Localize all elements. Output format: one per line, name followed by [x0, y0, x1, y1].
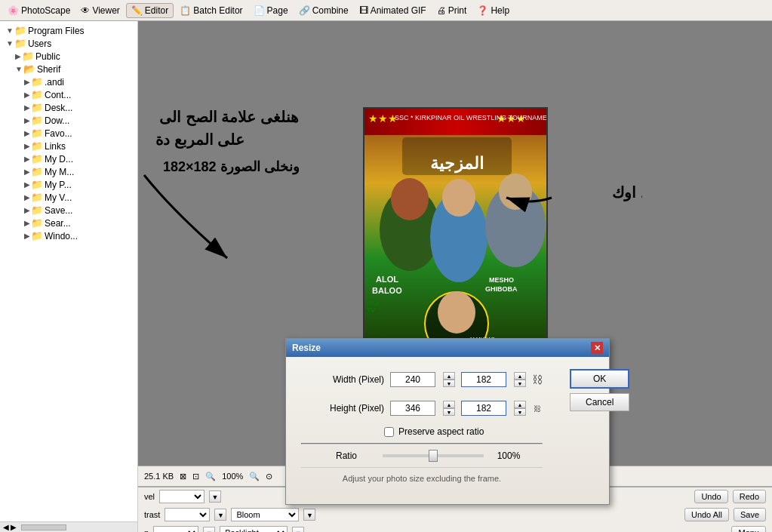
- folder-icon: 📁: [31, 89, 43, 100]
- height-original-input[interactable]: [390, 401, 435, 416]
- tree-view: ▼ 📁 Program Files ▼ 📁 Users ▶ 📁 Public: [0, 21, 137, 245]
- dialog-form: Width (Pixel) ▲ ▼ ▲ ▼ ⛓: [286, 357, 558, 504]
- menu-page[interactable]: 📄 Page: [249, 4, 293, 17]
- expand-icon: ▶: [24, 180, 30, 189]
- expand-icon: ▶: [24, 193, 30, 201]
- menu-print[interactable]: 🖨 Print: [432, 4, 472, 17]
- width-original-input[interactable]: [390, 372, 435, 387]
- ratio-thumb[interactable]: [429, 450, 438, 462]
- dialog-close-button[interactable]: ✕: [591, 342, 603, 354]
- folder-icon: 📁: [31, 102, 43, 113]
- folder-icon: 📁: [31, 230, 43, 241]
- nav-right-icon[interactable]: ▶: [11, 523, 17, 531]
- expand-icon: ▼: [15, 65, 23, 73]
- menu-animated-gif[interactable]: 🎞 Animated GIF: [355, 4, 431, 17]
- cancel-button[interactable]: Cancel: [570, 393, 629, 411]
- menu-viewer[interactable]: 👁 Viewer: [76, 4, 124, 17]
- dialog-overlay: Resize ✕ Width (Pixel) ▲ ▼: [138, 21, 772, 532]
- tree-item-public[interactable]: ▶ 📁 Public: [0, 50, 137, 63]
- sidebar-scroll[interactable]: ▼ 📁 Program Files ▼ 📁 Users ▶ 📁 Public: [0, 21, 137, 521]
- height-new-input[interactable]: [461, 401, 506, 416]
- tree-item-my-music[interactable]: ▶ 📁 My M...: [0, 165, 137, 178]
- folder-icon: 📁: [31, 140, 43, 152]
- width-new-down[interactable]: ▼: [514, 380, 526, 387]
- tree-item-windows[interactable]: ▶ 📁 Windo...: [0, 229, 137, 242]
- height-original-spinner: ▲ ▼: [443, 401, 455, 416]
- width-label: Width (Pixel): [301, 374, 384, 385]
- menu-combine[interactable]: 🔗 Combine: [294, 4, 353, 17]
- folder-icon: 📁: [31, 192, 43, 203]
- folder-icon: 📁: [31, 204, 43, 216]
- link-icon-2: ⛓: [532, 398, 543, 419]
- tree-item-my-pictures[interactable]: ▶ 📁 My P...: [0, 178, 137, 191]
- height-new-down[interactable]: ▼: [514, 408, 526, 416]
- page-icon: 📄: [254, 5, 265, 16]
- preserve-row: Preserve aspect ratio: [384, 426, 543, 437]
- folder-icon: 📂: [23, 63, 35, 75]
- expand-icon: ▶: [24, 78, 30, 86]
- expand-icon: ▼: [6, 39, 14, 48]
- tree-item-searches[interactable]: ▶ 📁 Sear...: [0, 217, 137, 229]
- dialog-footer: Adjust your photo size excluding the fra…: [301, 467, 543, 492]
- expand-icon: ▼: [6, 26, 14, 35]
- menu-bar: 🌸 PhotoScape 👁 Viewer ✏️ Editor 📋 Batch …: [0, 0, 772, 21]
- help-icon: ❓: [477, 5, 488, 16]
- expand-icon: ▶: [24, 232, 30, 240]
- tree-item-contacts[interactable]: ▶ 📁 Cont...: [0, 88, 137, 101]
- folder-icon: 📁: [31, 217, 43, 229]
- menu-batch-editor[interactable]: 📋 Batch Editor: [175, 4, 247, 17]
- menu-photoscape[interactable]: 🌸 PhotoScape: [3, 4, 75, 17]
- main-layout: ▼ 📁 Program Files ▼ 📁 Users ▶ 📁 Public: [0, 21, 772, 532]
- width-new-up[interactable]: ▲: [514, 372, 526, 380]
- photoscape-icon: 🌸: [8, 5, 19, 16]
- expand-icon: ▶: [24, 142, 30, 150]
- expand-icon: ▶: [24, 91, 30, 99]
- combine-icon: 🔗: [299, 5, 310, 16]
- sidebar: ▼ 📁 Program Files ▼ 📁 Users ▶ 📁 Public: [0, 21, 138, 532]
- expand-icon: ▶: [24, 155, 30, 163]
- tree-item-saved-games[interactable]: ▶ 📁 Save...: [0, 204, 137, 217]
- print-icon: 🖨: [437, 5, 446, 16]
- ok-button[interactable]: OK: [570, 369, 629, 389]
- preserve-label: Preserve aspect ratio: [398, 426, 484, 437]
- tree-item-andi[interactable]: ▶ 📁 .andi: [0, 75, 137, 88]
- ratio-value: 100%: [490, 451, 527, 461]
- width-orig-up[interactable]: ▲: [443, 372, 455, 380]
- width-orig-down[interactable]: ▼: [443, 380, 455, 387]
- height-orig-up[interactable]: ▲: [443, 401, 455, 408]
- tree-item-my-documents[interactable]: ▶ 📁 My D...: [0, 152, 137, 165]
- height-label: Height (Pixel): [301, 403, 384, 414]
- height-orig-down[interactable]: ▼: [443, 408, 455, 416]
- ratio-label: Ratio: [316, 451, 377, 461]
- tree-item-users[interactable]: ▼ 📁 Users: [0, 37, 137, 50]
- height-row: Height (Pixel) ▲ ▼ ▲ ▼ ⛓: [301, 398, 543, 419]
- folder-icon: 📁: [31, 128, 43, 139]
- preserve-checkbox[interactable]: [384, 427, 394, 437]
- width-new-input[interactable]: [461, 372, 506, 387]
- content-area: ★★★ ★★★ SSC * KIRKPINAR OIL WRESTLING TO…: [138, 21, 772, 532]
- expand-icon: ▶: [24, 116, 30, 125]
- nav-left-icon[interactable]: ◀: [3, 523, 9, 531]
- ratio-slider[interactable]: [383, 454, 484, 457]
- expand-icon: ▶: [24, 103, 30, 112]
- ratio-row: Ratio 100%: [316, 451, 527, 461]
- width-original-spinner: ▲ ▼: [443, 372, 455, 387]
- tree-item-desktop[interactable]: ▶ 📁 Desk...: [0, 101, 137, 114]
- folder-icon: 📁: [31, 115, 43, 126]
- tree-item-program-files[interactable]: ▼ 📁 Program Files: [0, 24, 137, 37]
- sidebar-scrollbar[interactable]: ◀ ▶: [0, 521, 137, 532]
- folder-icon: 📁: [31, 179, 43, 190]
- folder-icon: 📁: [31, 76, 43, 88]
- menu-editor[interactable]: ✏️ Editor: [126, 3, 174, 18]
- tree-item-favorites[interactable]: ▶ 📁 Favo...: [0, 127, 137, 140]
- dialog-title-label: Resize: [292, 343, 321, 353]
- expand-icon: ▶: [24, 206, 30, 214]
- tree-item-sherif[interactable]: ▼ 📂 Sherif: [0, 63, 137, 75]
- tree-item-downloads[interactable]: ▶ 📁 Dow...: [0, 114, 137, 127]
- tree-item-links[interactable]: ▶ 📁 Links: [0, 140, 137, 152]
- height-new-up[interactable]: ▲: [514, 401, 526, 408]
- menu-help[interactable]: ❓ Help: [472, 4, 514, 17]
- tree-item-my-videos[interactable]: ▶ 📁 My V...: [0, 191, 137, 204]
- folder-icon: 📁: [31, 166, 43, 177]
- gif-icon: 🎞: [359, 5, 368, 16]
